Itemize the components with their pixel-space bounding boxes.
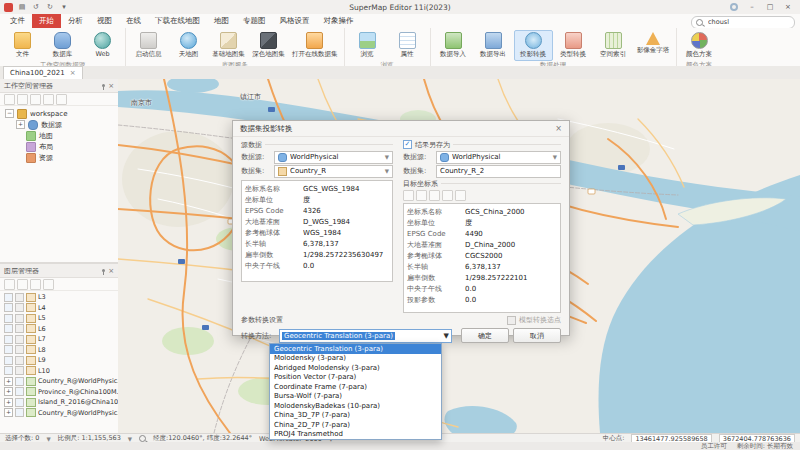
type-conversion-button[interactable]: 类型转换 <box>554 30 593 61</box>
save-as-checkbox[interactable] <box>403 140 412 149</box>
toolbar-icon[interactable] <box>43 94 54 105</box>
toolbar-icon[interactable] <box>43 279 54 290</box>
pin-icon[interactable] <box>102 84 105 87</box>
minimize-button[interactable]: – <box>744 1 760 13</box>
tab-style-settings[interactable]: 风格设置 <box>273 14 317 28</box>
toolbar-icon[interactable] <box>4 279 15 290</box>
basemap-gallery-button[interactable]: 基础地图集 <box>209 30 248 61</box>
file-button[interactable]: 文件 <box>3 30 42 61</box>
tianditu-button[interactable]: 天地图 <box>169 30 208 61</box>
import-crs-icon[interactable] <box>416 190 427 201</box>
color-scheme-button[interactable]: 颜色方案 <box>680 30 719 61</box>
ok-button[interactable]: 确定 <box>461 328 509 343</box>
toolbar-icon[interactable] <box>17 94 28 105</box>
export-crs-icon[interactable] <box>442 190 453 201</box>
dark-basemap-button[interactable]: 深色地图集 <box>249 30 288 61</box>
tab-thematic-map[interactable]: 专题图 <box>236 14 273 28</box>
layer-row[interactable]: Country_R@WorldPhysic... <box>0 376 118 387</box>
pin-icon[interactable] <box>102 269 105 272</box>
more-crs-icon[interactable] <box>455 190 466 201</box>
account-icon[interactable] <box>726 1 742 13</box>
toolbar-icon[interactable] <box>17 279 28 290</box>
expand-icon[interactable] <box>4 387 13 396</box>
expand-icon[interactable] <box>4 408 13 417</box>
layer-row[interactable]: Country_R@WorldPhysic... <box>0 408 118 419</box>
tab-download-online-map[interactable]: 下载在线地图 <box>148 14 207 28</box>
close-button[interactable]: × <box>780 1 796 13</box>
close-panel-icon[interactable]: × <box>108 267 114 275</box>
redo-icon[interactable]: ↻ <box>45 2 55 12</box>
layer-row[interactable]: L4 <box>0 303 118 314</box>
dialog-close-icon[interactable]: × <box>555 124 562 133</box>
favorite-crs-icon[interactable] <box>403 190 414 201</box>
tree-node-layouts[interactable]: 布局 <box>0 141 118 152</box>
model-point-checkbox[interactable] <box>507 316 516 325</box>
tab-online[interactable]: 在线 <box>119 14 148 28</box>
database-button[interactable]: 数据库 <box>43 30 82 61</box>
tree-node-resources[interactable]: 资源 <box>0 152 118 163</box>
tree-node-datasources[interactable]: 数据源 <box>0 119 118 130</box>
close-panel-icon[interactable]: × <box>108 82 114 90</box>
expand-icon[interactable] <box>4 377 13 386</box>
layer-row[interactable]: L8 <box>0 345 118 356</box>
tab-view[interactable]: 视图 <box>90 14 119 28</box>
startup-info-button[interactable]: 启动信息 <box>129 30 168 61</box>
tab-start[interactable]: 开始 <box>32 14 61 28</box>
data-export-button[interactable]: 数据导出 <box>474 30 513 61</box>
toolbar-icon[interactable] <box>56 94 67 105</box>
result-datasource-combo[interactable]: WorldPhysical ▼ <box>436 151 561 164</box>
layer-row[interactable]: L7 <box>0 334 118 345</box>
dropdown-option[interactable]: PROJ4 Transmethod <box>270 430 441 440</box>
collapse-icon[interactable] <box>5 109 14 118</box>
tab-map[interactable]: 地图 <box>207 14 236 28</box>
projection-conversion-button[interactable]: 投影转换 <box>514 30 553 61</box>
dropdown-option[interactable]: Geocentric Translation (3-para) <box>270 344 441 354</box>
source-datasource-combo[interactable]: WorldPhysical ▼ <box>274 151 393 164</box>
customize-quick-access-icon[interactable]: ▾ <box>59 2 69 12</box>
toolbar-icon[interactable] <box>30 94 41 105</box>
search-input[interactable] <box>706 17 790 27</box>
layer-row[interactable]: Province_R@China100M... <box>0 387 118 398</box>
result-dataset-input[interactable]: Country_R_2 <box>436 165 561 178</box>
dropdown-option[interactable]: Position Vector (7-para) <box>270 373 441 383</box>
transform-method-combo[interactable]: Geocentric Translation (3-para) ▼ <box>279 329 452 343</box>
attributes-button[interactable]: 属性 <box>388 30 427 61</box>
expand-icon[interactable] <box>4 398 13 407</box>
source-dataset-combo[interactable]: Country_R ▼ <box>274 165 393 178</box>
tree-node-maps[interactable]: 地图 <box>0 130 118 141</box>
save-icon[interactable]: ▤ <box>17 2 27 12</box>
cancel-button[interactable]: 取消 <box>513 328 561 343</box>
layer-row[interactable]: L6 <box>0 324 118 335</box>
map-document-tab[interactable]: China100_2021 × <box>3 66 83 79</box>
data-import-button[interactable]: 数据导入 <box>434 30 473 61</box>
dropdown-option[interactable]: China_3D_7P (7-para) <box>270 411 441 421</box>
layer-row[interactable]: L10 <box>0 366 118 377</box>
zoom-icon[interactable] <box>139 435 146 442</box>
copy-crs-icon[interactable] <box>429 190 440 201</box>
dropdown-option[interactable]: Molodensky (3-para) <box>270 354 441 364</box>
dropdown-option[interactable]: Bursa-Wolf (7-para) <box>270 392 441 402</box>
maximize-button[interactable]: □ <box>762 1 778 13</box>
image-pyramid-button[interactable]: 影像金字塔 <box>634 30 673 57</box>
toolbar-icon[interactable] <box>4 94 15 105</box>
dropdown-option[interactable]: China_2D_7P (7-para) <box>270 420 441 430</box>
close-tab-icon[interactable]: × <box>70 69 76 77</box>
expand-icon[interactable] <box>16 120 25 129</box>
dropdown-option[interactable]: Coordinate Frame (7-para) <box>270 382 441 392</box>
layer-row[interactable]: Island_R_2016@China10... <box>0 397 118 408</box>
dropdown-option[interactable]: Abridged Molodensky (3-para) <box>270 363 441 373</box>
browse-button[interactable]: 浏览 <box>348 30 387 61</box>
layer-row[interactable]: L3 <box>0 292 118 303</box>
layer-row[interactable]: L5 <box>0 313 118 324</box>
dropdown-option[interactable]: MolodenskyBadekas (10-para) <box>270 401 441 411</box>
tree-node-workspace[interactable]: workspace <box>0 108 118 119</box>
layer-row[interactable]: L9 <box>0 355 118 366</box>
tab-file[interactable]: 文件 <box>3 14 32 28</box>
web-button[interactable]: Web <box>83 30 122 60</box>
spatial-index-button[interactable]: 空间索引 <box>594 30 633 61</box>
open-online-data-button[interactable]: 打开在线数据集 <box>289 30 341 61</box>
toolbar-icon[interactable] <box>30 279 41 290</box>
ribbon-search[interactable] <box>691 16 795 29</box>
tab-object-operations[interactable]: 对象操作 <box>317 14 361 28</box>
tab-analysis[interactable]: 分析 <box>61 14 90 28</box>
